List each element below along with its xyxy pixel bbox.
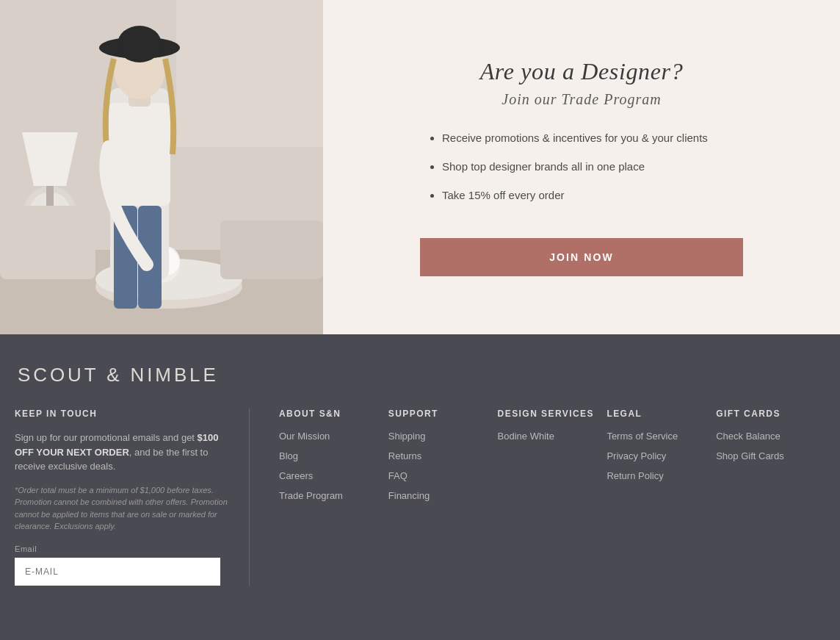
svg-point-18	[117, 26, 162, 62]
hero-bullet-1: Receive promotions & incentives for you …	[442, 130, 736, 145]
footer-link-our-mission[interactable]: Our Mission	[279, 431, 381, 442]
about-col-title: ABOUT S&N	[279, 409, 381, 419]
svg-rect-20	[220, 220, 323, 279]
design-services-col-title: DESIGN SERVICES	[498, 409, 600, 419]
footer-link-privacy-policy[interactable]: Privacy Policy	[607, 450, 709, 461]
svg-rect-14	[109, 103, 170, 206]
footer-col-legal: LEGAL Terms of Service Privacy Policy Re…	[607, 409, 716, 586]
join-now-button[interactable]: JOIN NOW	[420, 238, 743, 276]
footer-link-faq[interactable]: FAQ	[388, 470, 490, 481]
hero-content: Are you a Designer? Join our Trade Progr…	[323, 0, 840, 334]
footer: SCOUT & NIMBLE KEEP IN TOUCH Sign up for…	[0, 334, 840, 640]
svg-rect-2	[176, 0, 323, 147]
footer-link-bodine-white[interactable]: Bodine White	[498, 431, 600, 442]
footer-link-terms[interactable]: Terms of Service	[607, 431, 709, 442]
footer-link-blog[interactable]: Blog	[279, 450, 381, 461]
keep-in-touch-section: KEEP IN TOUCH Sign up for our promotiona…	[15, 409, 250, 586]
footer-col-support: SUPPORT Shipping Returns FAQ Financing	[388, 409, 498, 586]
hero-bullets: Receive promotions & incentives for you …	[427, 130, 736, 216]
svg-rect-19	[0, 206, 95, 279]
footer-col-design-services: DESIGN SERVICES Bodine White	[498, 409, 607, 586]
brand-logo: SCOUT & NIMBLE	[15, 364, 825, 386]
footer-col-gift-cards: GIFT CARDS Check Balance Shop Gift Cards	[716, 409, 825, 586]
footer-content: KEEP IN TOUCH Sign up for our promotiona…	[15, 409, 825, 586]
keep-in-touch-body-text: Sign up for our promotional emails and g…	[15, 432, 198, 443]
footer-col-about: ABOUT S&N Our Mission Blog Careers Trade…	[279, 409, 388, 586]
email-input[interactable]	[15, 558, 220, 586]
gift-cards-col-title: GIFT CARDS	[716, 409, 818, 419]
email-label: Email	[15, 544, 234, 553]
footer-link-check-balance[interactable]: Check Balance	[716, 431, 818, 442]
legal-col-title: LEGAL	[607, 409, 709, 419]
hero-title: Are you a Designer?	[480, 58, 684, 85]
footer-link-trade-program[interactable]: Trade Program	[279, 490, 381, 501]
hero-section: Are you a Designer? Join our Trade Progr…	[0, 0, 840, 334]
hero-bullet-2: Shop top designer brands all in one plac…	[442, 159, 736, 174]
footer-links-area: ABOUT S&N Our Mission Blog Careers Trade…	[250, 409, 825, 586]
footer-link-financing[interactable]: Financing	[388, 490, 490, 501]
hero-bullet-3: Take 15% off every order	[442, 187, 736, 203]
support-col-title: SUPPORT	[388, 409, 490, 419]
footer-link-shipping[interactable]: Shipping	[388, 431, 490, 442]
footer-link-return-policy[interactable]: Return Policy	[607, 470, 709, 481]
keep-in-touch-body: Sign up for our promotional emails and g…	[15, 431, 234, 474]
footer-link-shop-gift-cards[interactable]: Shop Gift Cards	[716, 450, 818, 461]
keep-in-touch-note: *Order total must be a minimum of $1,000…	[15, 484, 234, 533]
footer-link-returns[interactable]: Returns	[388, 450, 490, 461]
keep-in-touch-title: KEEP IN TOUCH	[15, 409, 234, 419]
hero-image	[0, 0, 323, 334]
footer-link-careers[interactable]: Careers	[279, 470, 381, 481]
hero-subtitle: Join our Trade Program	[502, 91, 661, 108]
